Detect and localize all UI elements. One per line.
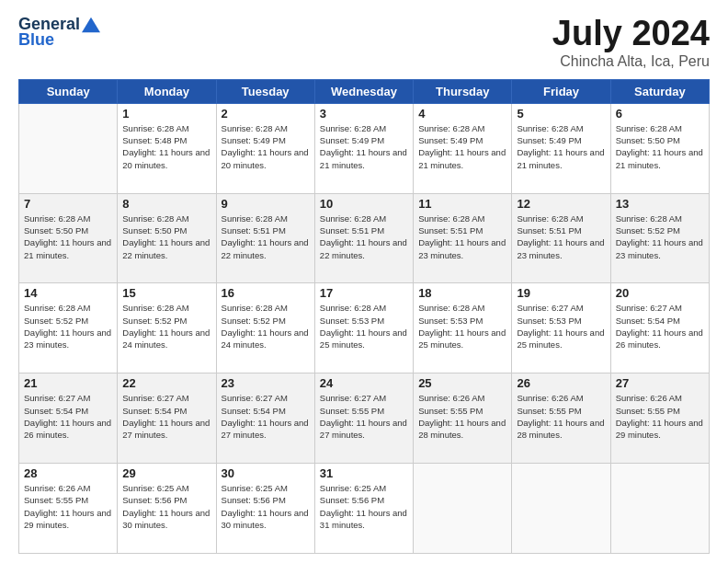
calendar-day-cell: 15Sunrise: 6:28 AM Sunset: 5:52 PM Dayli…: [118, 283, 216, 373]
day-info: Sunrise: 6:28 AM Sunset: 5:50 PM Dayligh…: [122, 213, 210, 261]
day-info: Sunrise: 6:26 AM Sunset: 5:55 PM Dayligh…: [517, 392, 605, 441]
calendar-week-row: 28Sunrise: 6:26 AM Sunset: 5:55 PM Dayli…: [19, 464, 710, 554]
calendar-day-cell: 7Sunrise: 6:28 AM Sunset: 5:50 PM Daylig…: [19, 193, 118, 283]
day-info: Sunrise: 6:25 AM Sunset: 5:56 PM Dayligh…: [122, 482, 210, 531]
calendar-day-cell: 3Sunrise: 6:28 AM Sunset: 5:49 PM Daylig…: [314, 103, 413, 193]
day-number: 27: [616, 376, 704, 390]
calendar-day-cell: 24Sunrise: 6:27 AM Sunset: 5:55 PM Dayli…: [314, 373, 413, 464]
calendar-day-cell: 11Sunrise: 6:28 AM Sunset: 5:51 PM Dayli…: [414, 193, 512, 283]
day-number: 4: [418, 107, 506, 121]
calendar-day-cell: 22Sunrise: 6:27 AM Sunset: 5:54 PM Dayli…: [118, 373, 216, 464]
day-number: 28: [24, 466, 112, 480]
day-number: 14: [24, 286, 112, 300]
svg-marker-0: [82, 17, 100, 32]
day-info: Sunrise: 6:28 AM Sunset: 5:51 PM Dayligh…: [320, 213, 408, 261]
day-number: 18: [418, 286, 506, 300]
day-info: Sunrise: 6:26 AM Sunset: 5:55 PM Dayligh…: [418, 392, 506, 441]
day-number: 3: [320, 107, 408, 121]
calendar-week-row: 1Sunrise: 6:28 AM Sunset: 5:48 PM Daylig…: [19, 103, 710, 193]
day-info: Sunrise: 6:28 AM Sunset: 5:51 PM Dayligh…: [418, 213, 506, 261]
calendar-day-cell: [19, 103, 118, 193]
day-number: 31: [320, 466, 408, 480]
day-info: Sunrise: 6:27 AM Sunset: 5:54 PM Dayligh…: [616, 302, 704, 350]
weekday-header: Wednesday: [314, 79, 413, 103]
calendar-day-cell: 31Sunrise: 6:25 AM Sunset: 5:56 PM Dayli…: [314, 464, 413, 554]
day-info: Sunrise: 6:28 AM Sunset: 5:49 PM Dayligh…: [517, 122, 605, 171]
day-number: 23: [222, 376, 310, 390]
calendar-day-cell: 5Sunrise: 6:28 AM Sunset: 5:49 PM Daylig…: [512, 103, 610, 193]
day-number: 26: [517, 376, 605, 390]
day-number: 30: [222, 466, 310, 480]
day-info: Sunrise: 6:26 AM Sunset: 5:55 PM Dayligh…: [616, 392, 704, 441]
day-number: 10: [320, 197, 408, 211]
calendar-week-row: 14Sunrise: 6:28 AM Sunset: 5:52 PM Dayli…: [19, 283, 710, 373]
calendar-day-cell: 14Sunrise: 6:28 AM Sunset: 5:52 PM Dayli…: [19, 283, 118, 373]
weekday-header: Monday: [118, 79, 216, 103]
day-info: Sunrise: 6:27 AM Sunset: 5:54 PM Dayligh…: [24, 392, 112, 441]
day-number: 20: [616, 286, 704, 300]
day-number: 7: [24, 197, 112, 211]
calendar-day-cell: 23Sunrise: 6:27 AM Sunset: 5:54 PM Dayli…: [216, 373, 314, 464]
location-title: Chincha Alta, Ica, Peru: [552, 53, 710, 70]
weekday-header: Tuesday: [216, 79, 314, 103]
calendar-day-cell: 27Sunrise: 6:26 AM Sunset: 5:55 PM Dayli…: [610, 373, 709, 464]
day-info: Sunrise: 6:28 AM Sunset: 5:53 PM Dayligh…: [418, 302, 506, 350]
calendar-day-cell: 9Sunrise: 6:28 AM Sunset: 5:51 PM Daylig…: [216, 193, 314, 283]
calendar-day-cell: 30Sunrise: 6:25 AM Sunset: 5:56 PM Dayli…: [216, 464, 314, 554]
title-area: July 2024 Chincha Alta, Ica, Peru: [552, 15, 710, 70]
day-number: 11: [418, 197, 506, 211]
weekday-header: Saturday: [610, 79, 709, 103]
calendar-day-cell: 16Sunrise: 6:28 AM Sunset: 5:52 PM Dayli…: [216, 283, 314, 373]
calendar-day-cell: 4Sunrise: 6:28 AM Sunset: 5:49 PM Daylig…: [414, 103, 512, 193]
calendar-day-cell: 25Sunrise: 6:26 AM Sunset: 5:55 PM Dayli…: [414, 373, 512, 464]
day-number: 29: [122, 466, 210, 480]
calendar-week-row: 7Sunrise: 6:28 AM Sunset: 5:50 PM Daylig…: [19, 193, 710, 283]
calendar-day-cell: 28Sunrise: 6:26 AM Sunset: 5:55 PM Dayli…: [19, 464, 118, 554]
calendar-day-cell: 1Sunrise: 6:28 AM Sunset: 5:48 PM Daylig…: [118, 103, 216, 193]
day-info: Sunrise: 6:28 AM Sunset: 5:49 PM Dayligh…: [320, 122, 408, 171]
weekday-header: Sunday: [19, 79, 118, 103]
day-number: 1: [122, 107, 210, 121]
logo: General Blue: [18, 15, 100, 50]
day-info: Sunrise: 6:28 AM Sunset: 5:50 PM Dayligh…: [616, 122, 704, 171]
day-info: Sunrise: 6:28 AM Sunset: 5:49 PM Dayligh…: [222, 122, 310, 171]
day-info: Sunrise: 6:26 AM Sunset: 5:55 PM Dayligh…: [24, 482, 112, 531]
day-number: 15: [122, 286, 210, 300]
calendar-day-cell: 10Sunrise: 6:28 AM Sunset: 5:51 PM Dayli…: [314, 193, 413, 283]
day-number: 5: [517, 107, 605, 121]
calendar-day-cell: 21Sunrise: 6:27 AM Sunset: 5:54 PM Dayli…: [19, 373, 118, 464]
day-info: Sunrise: 6:28 AM Sunset: 5:53 PM Dayligh…: [320, 302, 408, 350]
logo-blue-text: Blue: [18, 30, 54, 50]
calendar-day-cell: 20Sunrise: 6:27 AM Sunset: 5:54 PM Dayli…: [610, 283, 709, 373]
day-info: Sunrise: 6:28 AM Sunset: 5:51 PM Dayligh…: [517, 213, 605, 261]
day-number: 6: [616, 107, 704, 121]
day-number: 22: [122, 376, 210, 390]
calendar-day-cell: 2Sunrise: 6:28 AM Sunset: 5:49 PM Daylig…: [216, 103, 314, 193]
day-info: Sunrise: 6:28 AM Sunset: 5:49 PM Dayligh…: [418, 122, 506, 171]
day-info: Sunrise: 6:28 AM Sunset: 5:52 PM Dayligh…: [616, 213, 704, 261]
day-info: Sunrise: 6:27 AM Sunset: 5:54 PM Dayligh…: [222, 392, 310, 441]
day-info: Sunrise: 6:25 AM Sunset: 5:56 PM Dayligh…: [222, 482, 310, 531]
day-number: 13: [616, 197, 704, 211]
calendar-day-cell: [610, 464, 709, 554]
day-info: Sunrise: 6:28 AM Sunset: 5:52 PM Dayligh…: [222, 302, 310, 350]
calendar-week-row: 21Sunrise: 6:27 AM Sunset: 5:54 PM Dayli…: [19, 373, 710, 464]
calendar-day-cell: 29Sunrise: 6:25 AM Sunset: 5:56 PM Dayli…: [118, 464, 216, 554]
calendar-day-cell: [414, 464, 512, 554]
day-info: Sunrise: 6:28 AM Sunset: 5:52 PM Dayligh…: [122, 302, 210, 350]
calendar-header-row: SundayMondayTuesdayWednesdayThursdayFrid…: [19, 79, 710, 103]
day-info: Sunrise: 6:27 AM Sunset: 5:54 PM Dayligh…: [122, 392, 210, 441]
day-info: Sunrise: 6:28 AM Sunset: 5:50 PM Dayligh…: [24, 213, 112, 261]
calendar-day-cell: 12Sunrise: 6:28 AM Sunset: 5:51 PM Dayli…: [512, 193, 610, 283]
logo-icon: [82, 16, 100, 34]
day-number: 8: [122, 197, 210, 211]
day-number: 25: [418, 376, 506, 390]
calendar-table: SundayMondayTuesdayWednesdayThursdayFrid…: [18, 79, 710, 554]
day-number: 16: [222, 286, 310, 300]
day-info: Sunrise: 6:28 AM Sunset: 5:51 PM Dayligh…: [222, 213, 310, 261]
day-number: 19: [517, 286, 605, 300]
day-number: 17: [320, 286, 408, 300]
weekday-header: Thursday: [414, 79, 512, 103]
calendar-day-cell: 13Sunrise: 6:28 AM Sunset: 5:52 PM Dayli…: [610, 193, 709, 283]
day-number: 12: [517, 197, 605, 211]
